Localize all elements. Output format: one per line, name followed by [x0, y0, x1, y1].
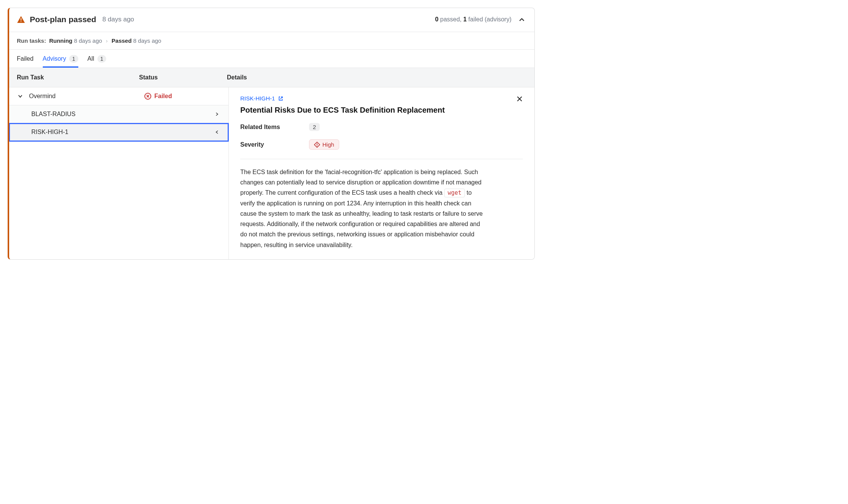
tab-all-count: 1: [97, 55, 107, 63]
details-title: Potential Risks Due to ECS Task Definiti…: [240, 106, 523, 115]
tab-failed[interactable]: Failed: [17, 55, 34, 67]
risk-link[interactable]: RISK-HIGH-1: [240, 95, 283, 102]
tab-advisory[interactable]: Advisory 1: [43, 55, 78, 68]
col-run-task: Run Task: [9, 68, 139, 87]
panel-header[interactable]: Post-plan passed 8 days ago 0 passed, 1 …: [9, 8, 534, 32]
status-text: Failed: [154, 93, 172, 100]
run-task-list: Overmind Failed BLAST-RADIUS RISK-HIGH-1: [9, 87, 229, 259]
failed-icon: [144, 93, 151, 100]
close-icon[interactable]: ✕: [516, 95, 523, 103]
severity-value: High: [322, 141, 334, 148]
kv-severity: Severity High: [240, 139, 523, 150]
col-details: Details: [215, 68, 534, 87]
post-plan-panel: Post-plan passed 8 days ago 0 passed, 1 …: [8, 8, 535, 260]
code-wget: wget: [444, 189, 465, 197]
tab-all[interactable]: All 1: [87, 55, 107, 68]
alert-diamond-icon: [314, 142, 320, 148]
panel-summary: 0 passed, 1 failed (advisory): [435, 16, 511, 23]
tab-advisory-count: 1: [69, 55, 78, 63]
severity-badge: High: [309, 139, 339, 150]
row-label: Overmind: [29, 93, 144, 100]
body-split: Overmind Failed BLAST-RADIUS RISK-HIGH-1: [9, 87, 534, 259]
row-label: BLAST-RADIUS: [31, 111, 213, 118]
details-pane: RISK-HIGH-1 ✕ Potential Risks Due to ECS…: [229, 87, 534, 259]
breadcrumb-step-passed[interactable]: Passed 8 days ago: [112, 37, 161, 44]
breadcrumb: Run tasks: Running 8 days ago › Passed 8…: [9, 32, 534, 50]
chevron-left-icon: [213, 130, 221, 134]
severity-label: Severity: [240, 141, 301, 148]
col-status: Status: [139, 68, 215, 87]
warning-icon: [17, 16, 25, 23]
related-items-label: Related Items: [240, 124, 301, 131]
svg-rect-4: [317, 145, 317, 146]
divider: [240, 159, 523, 159]
external-link-icon: [278, 96, 283, 101]
chevron-right-icon: [213, 112, 221, 116]
breadcrumb-sep-icon: ›: [106, 37, 108, 44]
panel-time: 8 days ago: [102, 16, 134, 23]
svg-rect-1: [21, 21, 21, 22]
panel-title: Post-plan passed: [30, 15, 96, 24]
breadcrumb-label: Run tasks:: [17, 37, 46, 44]
details-body: The ECS task definition for the 'facial-…: [240, 167, 485, 250]
chevron-down-icon: [17, 94, 24, 99]
row-blast-radius[interactable]: BLAST-RADIUS: [9, 105, 228, 123]
summary-failed-count: 1: [463, 16, 467, 23]
svg-rect-3: [317, 143, 317, 145]
kv-related-items: Related Items 2: [240, 123, 523, 131]
related-items-count: 2: [309, 123, 320, 131]
row-risk-high-1[interactable]: RISK-HIGH-1: [9, 123, 228, 141]
row-label: RISK-HIGH-1: [31, 129, 213, 136]
table-header: Run Task Status Details: [9, 68, 534, 87]
row-overmind[interactable]: Overmind Failed: [9, 87, 228, 105]
tabs: Failed Advisory 1 All 1: [9, 50, 534, 68]
svg-rect-0: [21, 18, 21, 20]
status-cell: Failed: [144, 93, 221, 100]
breadcrumb-step-running[interactable]: Running 8 days ago: [49, 37, 102, 44]
summary-passed-count: 0: [435, 16, 439, 23]
chevron-up-icon[interactable]: [518, 16, 525, 23]
